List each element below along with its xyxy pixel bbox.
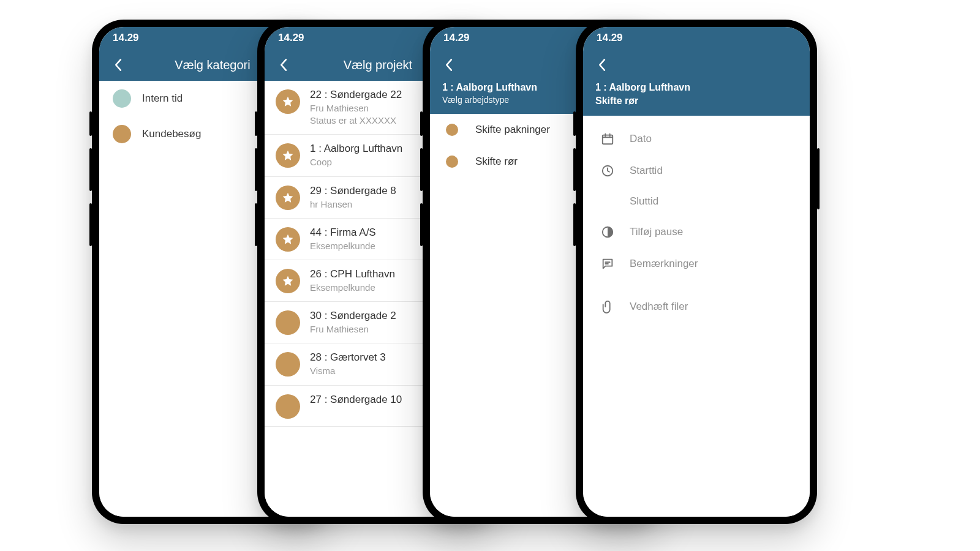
category-label: Intern tid [142,92,183,105]
calendar-icon [600,132,615,146]
chevron-left-icon [114,58,122,72]
category-dot-icon [113,89,131,108]
star-icon [276,143,300,168]
star-icon [276,227,300,252]
phone-4: 14.29 1 : Aalborg Lufthavn Skifte rør Da… [576,20,817,524]
paperclip-icon [600,299,615,314]
message-icon [600,257,615,271]
back-button[interactable] [104,51,131,78]
field-add-pause[interactable]: Tilføj pause [583,216,810,248]
star-icon [276,186,300,210]
category-dot-icon [113,125,131,143]
worktype-dot-icon [446,156,458,168]
project-subtitle: hr Hansen [310,198,396,211]
field-label: Bemærkninger [630,258,698,270]
project-title: 26 : CPH Lufthavn [310,268,395,282]
project-subtitle: Coop [310,156,402,168]
field-label: Vedhæft filer [630,301,688,313]
project-dot-icon [276,394,300,419]
chevron-left-icon [598,58,606,72]
status-time: 14.29 [278,32,304,44]
field-attach-files[interactable]: Vedhæft filer [583,291,810,323]
project-dot-icon [276,310,300,335]
field-notes[interactable]: Bemærkninger [583,248,810,280]
status-time: 14.29 [113,32,139,44]
status-time: 14.29 [443,32,470,44]
chevron-left-icon [279,58,287,72]
worktype-label: Skifte pakninger [475,124,550,136]
project-title: 30 : Søndergade 2 [310,309,396,323]
project-subtitle: Fru Mathiesen [310,323,396,335]
project-dot-icon [276,352,300,377]
project-title: 22 : Søndergade 22 [310,88,402,102]
project-status: Status er at XXXXXX [310,114,402,127]
chevron-left-icon [445,58,453,72]
back-button[interactable] [588,51,615,78]
star-icon [276,269,300,293]
field-end-time[interactable]: Sluttid [583,187,810,216]
project-title: 29 : Søndergade 8 [310,184,396,198]
field-date[interactable]: Dato [583,123,810,155]
project-subtitle: Fru Mathiesen [310,102,402,114]
field-label: Sluttid [630,195,658,208]
worktype-label: Skifte rør [475,156,518,168]
project-title: 27 : Søndergade 10 [310,393,402,407]
project-title: 28 : Gærtorvet 3 [310,351,386,365]
mockup-stage: 14.29 Vælg kategori Intern tid Kundebesø… [0,0,980,551]
pause-icon [600,225,615,239]
status-time: 14.29 [597,32,623,44]
field-start-time[interactable]: Starttid [583,155,810,187]
field-label: Tilføj pause [630,226,683,238]
category-label: Kundebesøg [142,128,201,140]
field-label: Dato [630,133,652,145]
project-title: 1 : Aalborg Lufthavn [310,142,402,156]
entry-form: Dato Starttid Sluttid Tilføj pause [583,116,810,517]
clock-icon [600,163,615,178]
context-project: 1 : Aalborg Lufthavn [595,81,797,94]
project-subtitle: Eksempelkunde [310,240,376,252]
project-subtitle: Eksempelkunde [310,282,395,294]
worktype-dot-icon [446,124,458,136]
project-subtitle: Visma [310,365,386,377]
project-title: 44 : Firma A/S [310,226,376,240]
context-worktype: Skifte rør [595,94,797,108]
svg-rect-0 [603,135,613,144]
app-header: 14.29 1 : Aalborg Lufthavn Skifte rør [583,27,810,116]
back-button[interactable] [435,51,462,78]
back-button[interactable] [270,51,296,78]
field-label: Starttid [630,165,663,177]
screen-subheader: 1 : Aalborg Lufthavn Skifte rør [583,81,810,116]
star-icon [276,89,300,114]
